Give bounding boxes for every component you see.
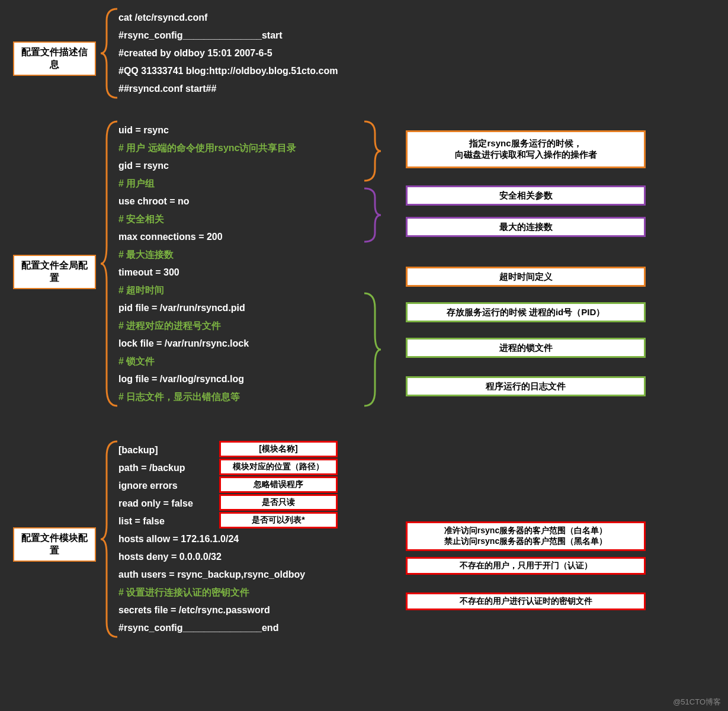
note-text: 程序运行的日志文件 [486, 381, 566, 392]
note-s3-3: 不存在的用户进行认证时的密钥文件 [406, 592, 646, 610]
note-s2-1: 指定rsync服务运行的时候， 向磁盘进行读取和写入操作的操作者 [406, 130, 646, 168]
s2-line: # 安全相关 [118, 210, 296, 228]
bracket-section1 [101, 9, 117, 100]
s2-line: timeout = 300 [118, 264, 296, 281]
note-text: 安全相关参数 [499, 190, 553, 201]
bracket-s2-g3 [364, 293, 381, 408]
code-section2: uid = rsync # 用户 远端的命令使用rsync访问共享目录 gid … [118, 121, 296, 406]
bracket-s2-g1 [364, 121, 381, 183]
s3-line: # 设置进行连接认证的密钥文件 [118, 584, 305, 601]
label-section2: 配置文件全局配置 [13, 255, 96, 289]
note-text: 指定rsync服务运行的时候， [469, 138, 582, 149]
s1-line: cat /etc/rsyncd.conf [118, 9, 338, 27]
label-section1: 配置文件描述信息 [13, 41, 96, 76]
s2-line: lock file = /var/run/rsync.lock [118, 335, 296, 353]
s3-line: hosts allow = 172.16.1.0/24 [118, 530, 305, 548]
note-s2-3: 最大的连接数 [406, 217, 646, 237]
s2-line: pid file = /var/run/rsyncd.pid [118, 299, 296, 317]
s2-line: # 最大连接数 [118, 246, 296, 264]
tag-path: 模块对应的位置（路径） [219, 459, 338, 475]
note-s2-6: 进程的锁文件 [406, 338, 646, 358]
tag-module-name: [模块名称] [219, 441, 338, 457]
label-section3: 配置文件模块配置 [13, 527, 96, 562]
tag-readonly: 是否只读 [219, 494, 338, 511]
note-s3-1: 准许访问rsync服务器的客户范围（白名单） 禁止访问rsync服务器的客户范围… [406, 521, 646, 551]
s2-line: log file = /var/log/rsyncd.log [118, 370, 296, 388]
s3-line: secrets file = /etc/rsync.password [118, 601, 305, 619]
tag-list: 是否可以列表* [219, 512, 338, 529]
s2-line: uid = rsync [118, 121, 296, 139]
code-section1: cat /etc/rsyncd.conf #rsync_config______… [118, 9, 338, 98]
s1-line: #QQ 31333741 blog:http://oldboy.blog.51c… [118, 62, 338, 80]
note-text: 进程的锁文件 [499, 342, 553, 354]
s2-line: # 用户 远端的命令使用rsync访问共享目录 [118, 139, 296, 157]
note-text: 准许访问rsync服务器的客户范围（白名单） [444, 526, 607, 536]
note-s2-7: 程序运行的日志文件 [406, 376, 646, 396]
s3-line: hosts deny = 0.0.0.0/32 [118, 548, 305, 566]
s2-line: # 用户组 [118, 175, 296, 193]
note-text: 不存在的用户进行认证时的密钥文件 [460, 596, 592, 607]
s3-line: #rsync_config_______________end [118, 619, 305, 637]
watermark: @51CTO博客 [673, 697, 721, 707]
note-text: 不存在的用户，只用于开门（认证） [460, 561, 592, 571]
note-text: 禁止访问rsync服务器的客户范围（黑名单） [444, 536, 607, 547]
note-s2-2: 安全相关参数 [406, 185, 646, 206]
s1-line: #rsync_config_______________start [118, 27, 338, 44]
bracket-s2-g2 [364, 188, 381, 244]
note-s2-4: 超时时间定义 [406, 267, 646, 287]
bracket-section2 [101, 121, 117, 408]
s3-line: auth users = rsync_backup,rsync_oldboy [118, 566, 305, 584]
note-s3-2: 不存在的用户，只用于开门（认证） [406, 557, 646, 575]
note-s2-5: 存放服务运行的时候 进程的id号（PID） [406, 302, 646, 322]
s2-line: gid = rsync [118, 157, 296, 175]
tag-ignore: 忽略错误程序 [219, 476, 338, 493]
s2-line: # 日志文件，显示出错信息等 [118, 388, 296, 406]
note-text: 向磁盘进行读取和写入操作的操作者 [455, 149, 597, 161]
s2-line: # 进程对应的进程号文件 [118, 317, 296, 335]
s1-line: ##rsyncd.conf start## [118, 80, 338, 98]
bracket-section3 [101, 441, 117, 639]
note-text: 存放服务运行的时候 进程的id号（PID） [447, 307, 605, 318]
note-text: 最大的连接数 [499, 222, 553, 233]
s2-line: max connections = 200 [118, 228, 296, 246]
s2-line: # 超时时间 [118, 281, 296, 299]
note-text: 超时时间定义 [499, 271, 553, 283]
s1-line: #created by oldboy 15:01 2007-6-5 [118, 44, 338, 62]
s2-line: # 锁文件 [118, 353, 296, 370]
s2-line: use chroot = no [118, 193, 296, 210]
